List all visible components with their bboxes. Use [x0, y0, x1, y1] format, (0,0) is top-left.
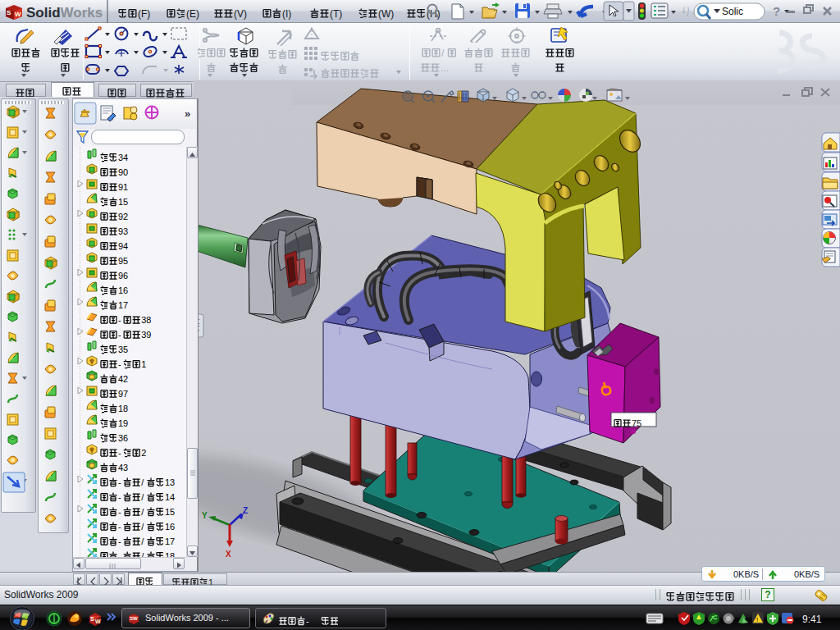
- svg-text:»: »: [185, 107, 190, 120]
- svg-text:13: 13: [165, 477, 175, 486]
- svg-text:9:41: 9:41: [802, 614, 822, 625]
- svg-text:/: /: [141, 491, 144, 501]
- svg-text:/: /: [141, 521, 144, 531]
- svg-text:?: ?: [773, 4, 780, 18]
- svg-text:14: 14: [165, 491, 175, 501]
- svg-text:-: -: [118, 491, 121, 501]
- svg-text:(I): (I): [282, 8, 291, 20]
- svg-text:(V): (V): [234, 8, 247, 20]
- svg-text:35: 35: [118, 344, 128, 354]
- svg-text:36: 36: [118, 432, 128, 442]
- svg-text:38: 38: [141, 314, 151, 324]
- svg-text:19: 19: [118, 418, 128, 427]
- svg-text:S: S: [7, 9, 11, 16]
- svg-text:95: 95: [118, 255, 128, 265]
- svg-text:-: -: [118, 536, 121, 546]
- svg-text:94: 94: [118, 240, 128, 250]
- svg-text:-: -: [118, 447, 121, 457]
- svg-text:(T): (T): [330, 8, 342, 20]
- svg-text:(E): (E): [186, 8, 199, 20]
- svg-text:2: 2: [141, 447, 146, 457]
- svg-text:/: /: [141, 550, 144, 557]
- svg-text:(F): (F): [138, 8, 150, 20]
- svg-text:-: -: [118, 506, 121, 516]
- svg-text:...: ...: [441, 62, 449, 74]
- svg-text:15: 15: [118, 196, 128, 206]
- svg-text:-: -: [306, 615, 309, 625]
- svg-text:17: 17: [165, 536, 175, 546]
- svg-text:W: W: [15, 11, 21, 18]
- svg-text:(W): (W): [378, 8, 394, 20]
- svg-text:75: 75: [632, 418, 641, 427]
- svg-text:SW: SW: [130, 616, 138, 621]
- svg-text:43: 43: [118, 462, 128, 472]
- svg-text:!: !: [756, 616, 758, 623]
- svg-text:18: 18: [165, 550, 175, 557]
- svg-text:X: X: [226, 550, 231, 559]
- svg-text:93: 93: [118, 226, 128, 235]
- svg-text:-: -: [118, 550, 121, 557]
- svg-text:18: 18: [118, 403, 128, 413]
- svg-text:SolidWorks: SolidWorks: [26, 5, 103, 21]
- svg-text:91: 91: [118, 181, 128, 191]
- svg-text:17: 17: [118, 299, 128, 309]
- svg-text:-: -: [118, 314, 121, 324]
- svg-text:39: 39: [141, 329, 151, 339]
- svg-text:Solic: Solic: [722, 6, 743, 17]
- svg-text:16: 16: [118, 285, 128, 294]
- svg-text:-: -: [118, 329, 121, 339]
- svg-text:16: 16: [165, 521, 175, 531]
- svg-text:15: 15: [165, 506, 175, 516]
- svg-text:1: 1: [141, 358, 146, 368]
- svg-text:96: 96: [118, 270, 128, 280]
- svg-text:Y: Y: [202, 511, 208, 520]
- svg-text:Z: Z: [243, 506, 248, 515]
- svg-text:-: -: [118, 521, 121, 531]
- svg-text:92: 92: [118, 211, 128, 221]
- svg-text:S: S: [90, 616, 94, 622]
- svg-text:/: /: [141, 477, 144, 486]
- svg-text:W: W: [95, 619, 101, 624]
- svg-text:-: -: [118, 358, 121, 368]
- svg-text:-: -: [118, 477, 121, 486]
- svg-text:97: 97: [118, 388, 128, 398]
- svg-text:/: /: [141, 536, 144, 546]
- svg-text:34: 34: [118, 152, 128, 162]
- svg-text:/: /: [141, 506, 144, 516]
- svg-text:90: 90: [118, 167, 128, 176]
- svg-text:/: /: [441, 48, 445, 59]
- svg-text:42: 42: [118, 373, 128, 383]
